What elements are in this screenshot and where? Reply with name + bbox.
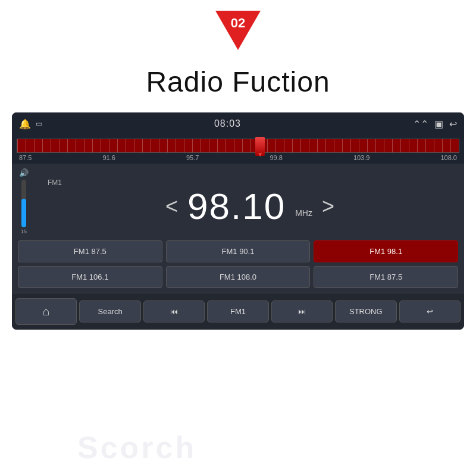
volume-icon: 🔊 bbox=[19, 168, 29, 177]
status-left: 🔔 ▭ bbox=[19, 118, 42, 130]
freq-label-998: 99.8 bbox=[270, 154, 282, 161]
expand-icon: ⌃⌃ bbox=[413, 118, 428, 130]
freq-label-957: 95.7 bbox=[186, 154, 199, 161]
next-icon: ⏭ bbox=[298, 307, 306, 316]
strong-label: STRONG bbox=[349, 307, 383, 316]
search-button[interactable]: Search bbox=[79, 300, 140, 322]
search-label: Search bbox=[98, 307, 123, 316]
freq-slider-track[interactable] bbox=[17, 139, 459, 153]
presets-grid: FM1 87.5 FM1 90.1 FM1 98.1 FM1 106.1 FM1… bbox=[12, 237, 464, 293]
radio-center: FM1 < 98.10 MHz > bbox=[36, 178, 464, 225]
freq-label-1080: 108.0 bbox=[440, 154, 457, 161]
prev-button[interactable]: ⏮ bbox=[143, 300, 205, 322]
status-right: ⌃⌃ ▣ ↩ bbox=[413, 118, 457, 130]
watermark: Scorch bbox=[77, 430, 196, 465]
notification-icon: 🔔 bbox=[19, 118, 31, 130]
prev-icon: ⏮ bbox=[170, 307, 178, 316]
freq-slider-area: 87.5 91.6 95.7 99.8 103.9 108.0 bbox=[12, 135, 464, 164]
freq-number: 98.10 bbox=[187, 188, 286, 225]
preset-5[interactable]: FM1 87.5 bbox=[314, 266, 458, 288]
preset-2[interactable]: FM1 98.1 bbox=[314, 240, 458, 262]
strong-button[interactable]: STRONG bbox=[335, 300, 396, 322]
next-button[interactable]: ⏭ bbox=[271, 300, 333, 322]
status-time: 08:03 bbox=[214, 118, 241, 129]
freq-label-875: 87.5 bbox=[19, 154, 32, 161]
status-bar: 🔔 ▭ 08:03 ⌃⌃ ▣ ↩ bbox=[12, 112, 464, 135]
preset-3[interactable]: FM1 106.1 bbox=[18, 266, 162, 288]
bottom-controls: ⌂ Search ⏮ FM1 ⏭ STRONG ↩ bbox=[12, 293, 464, 330]
freq-slider-handle[interactable] bbox=[255, 137, 265, 156]
freq-next-button[interactable]: > bbox=[322, 194, 334, 219]
back-nav-icon: ↩ bbox=[449, 118, 457, 130]
volume-fill bbox=[21, 199, 26, 227]
freq-prev-button[interactable]: < bbox=[165, 194, 178, 219]
preset-1[interactable]: FM1 90.1 bbox=[166, 240, 311, 262]
preset-4[interactable]: FM1 108.0 bbox=[166, 266, 311, 288]
home-icon: ⌂ bbox=[43, 305, 50, 318]
volume-label: 15 bbox=[21, 228, 27, 234]
freq-labels: 87.5 91.6 95.7 99.8 103.9 108.0 bbox=[17, 153, 459, 162]
freq-label-1039: 103.9 bbox=[353, 154, 370, 161]
badge-triangle: 02 bbox=[215, 11, 261, 50]
window-icon: ▣ bbox=[434, 118, 443, 130]
radio-main: 🔊 15 FM1 < 98.10 MHz > bbox=[12, 164, 464, 237]
freq-label-916: 91.6 bbox=[102, 154, 115, 161]
band-label: FM1 bbox=[230, 307, 246, 316]
fm-band-label: FM1 bbox=[48, 178, 62, 187]
preset-0[interactable]: FM1 87.5 bbox=[18, 240, 162, 262]
radio-screen: 🔔 ▭ 08:03 ⌃⌃ ▣ ↩ 87.5 91.6 95.7 99.8 103… bbox=[12, 112, 464, 330]
volume-slider[interactable] bbox=[21, 180, 26, 227]
back-button[interactable]: ↩ bbox=[399, 300, 461, 322]
freq-mhz-label: MHz bbox=[295, 208, 312, 218]
volume-control[interactable]: 🔊 15 bbox=[12, 168, 36, 234]
freq-display: < 98.10 MHz > bbox=[165, 188, 334, 225]
page-title: Radio Fuction bbox=[0, 55, 476, 112]
home-button[interactable]: ⌂ bbox=[15, 298, 77, 325]
band-button[interactable]: FM1 bbox=[207, 300, 268, 322]
badge-area: 02 bbox=[0, 0, 476, 55]
signal-icon: ▭ bbox=[36, 120, 42, 128]
back-icon: ↩ bbox=[427, 307, 433, 316]
badge-number: 02 bbox=[227, 15, 249, 31]
